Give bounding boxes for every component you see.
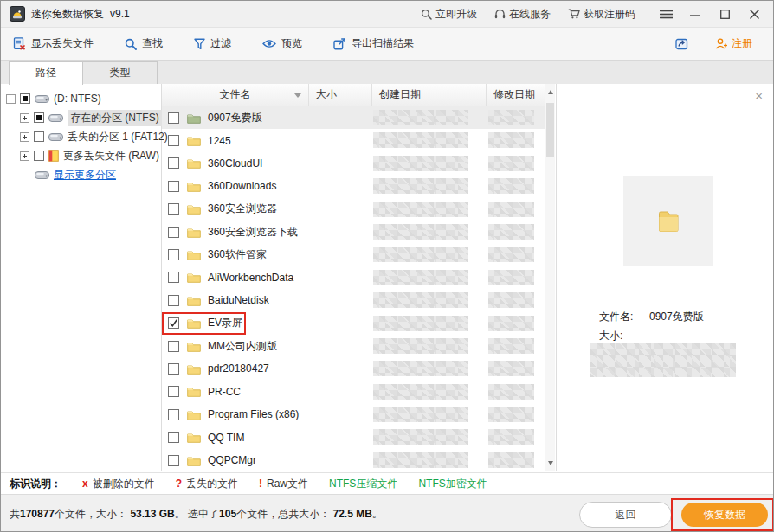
annotation-box-recover: [671, 498, 774, 531]
menu-item-get-license[interactable]: 获取注册码: [568, 7, 635, 22]
expand-minus-icon[interactable]: [6, 94, 16, 104]
file-row[interactable]: QQPCMgr: [162, 449, 545, 471]
censored-created-date: [373, 270, 468, 285]
file-row[interactable]: Program Files (x86): [162, 403, 545, 426]
tree-item-label[interactable]: 更多丢失文件 (RAW): [63, 149, 159, 163]
expand-plus-icon[interactable]: [20, 151, 29, 161]
legend-mark: x: [82, 478, 88, 490]
file-row[interactable]: 360软件管家: [162, 243, 545, 266]
row-checkbox[interactable]: [168, 227, 179, 238]
column-header-size[interactable]: 大小: [309, 84, 372, 106]
status-segment: 共: [10, 508, 20, 520]
expand-plus-icon[interactable]: [20, 132, 29, 142]
scroll-down-button[interactable]: [545, 457, 555, 469]
toolbar-button-find[interactable]: 查找: [125, 36, 163, 51]
legend-text: NTFS加密文件: [418, 477, 487, 491]
file-name: MM公司内测版: [208, 339, 277, 354]
censored-created-date: [373, 110, 468, 125]
toolbar-button-export-scan-result[interactable]: 导出扫描结果: [333, 36, 414, 51]
censored-created-date: [373, 361, 468, 376]
close-button[interactable]: [747, 7, 761, 21]
tree-checkbox[interactable]: [34, 151, 44, 161]
tab-path[interactable]: 路径: [9, 61, 83, 85]
row-checkbox[interactable]: [168, 112, 179, 124]
row-checkbox[interactable]: [168, 386, 179, 397]
censored-created-date: [373, 407, 468, 422]
file-row[interactable]: AliWorkbenchData: [162, 266, 545, 289]
row-checkbox[interactable]: [168, 272, 179, 283]
folder-icon: [187, 409, 201, 420]
file-row[interactable]: 360安全浏览器下载: [162, 221, 545, 243]
register-button[interactable]: 注册: [715, 36, 752, 51]
row-checkbox[interactable]: [168, 203, 179, 215]
file-name: QQ TIM: [208, 432, 244, 444]
censored-modified-date: [488, 224, 534, 240]
toolbar-button-label: 过滤: [210, 36, 231, 51]
tree-item-label[interactable]: 存在的分区 (NTFS): [68, 110, 162, 126]
toolbar-button-label: 预览: [281, 36, 302, 51]
maximize-button[interactable]: [718, 7, 732, 21]
column-header-modified-date[interactable]: 修改日期: [487, 84, 545, 106]
scroll-up-button[interactable]: [545, 86, 555, 98]
file-row[interactable]: 360Downloads: [162, 175, 545, 197]
file-name: QQPCMgr: [208, 454, 256, 466]
menu-item-online-service[interactable]: 在线服务: [494, 7, 551, 22]
column-header-created-date[interactable]: 创建日期: [372, 84, 487, 106]
row-checkbox[interactable]: [168, 432, 179, 443]
row-checkbox[interactable]: [168, 181, 179, 192]
file-row[interactable]: QQ TIM: [162, 426, 545, 448]
file-row[interactable]: BaiduNetdisk: [162, 289, 545, 311]
status-segment: 105: [219, 508, 236, 520]
sort-arrow-icon: [294, 93, 301, 98]
file-row[interactable]: EV录屏: [162, 312, 545, 335]
censored-created-date: [373, 156, 468, 171]
folder-icon: [187, 341, 201, 352]
minimize-button[interactable]: [688, 7, 702, 21]
column-header-filename[interactable]: 文件名: [162, 84, 309, 106]
expand-plus-icon[interactable]: [20, 113, 29, 123]
drive-icon: [48, 132, 63, 142]
status-segment: 个文件，大小：: [55, 508, 130, 520]
preview-filename-value: 0907免费版: [649, 307, 704, 326]
row-checkbox[interactable]: [168, 409, 179, 420]
file-row[interactable]: pdr20180427: [162, 357, 545, 380]
censored-modified-date: [488, 407, 534, 422]
tree-checkbox[interactable]: [20, 93, 30, 104]
row-checkbox[interactable]: [168, 135, 179, 146]
toolbar-button-show-lost-files[interactable]: 显示丢失文件: [13, 36, 94, 51]
toolbar-button-label: 导出扫描结果: [352, 36, 414, 51]
preview-close-icon[interactable]: ×: [755, 89, 763, 102]
toolbar-button-preview[interactable]: 预览: [262, 36, 302, 51]
row-checkbox[interactable]: [168, 157, 179, 169]
status-segment: 53.13 GB: [130, 508, 174, 520]
back-button[interactable]: 返回: [579, 502, 672, 528]
file-row[interactable]: PR-CC: [162, 381, 545, 403]
export-icon: [333, 38, 346, 50]
menu-item-upgrade[interactable]: 立即升级: [421, 7, 477, 22]
row-checkbox[interactable]: [168, 249, 179, 260]
tree-item-label[interactable]: 显示更多分区: [54, 168, 116, 183]
app-window: 迷你兔数据恢复 v9.1 立即升级在线服务获取注册码 显示丢失文件查找过滤预览导…: [0, 0, 774, 532]
scrollbar-thumb[interactable]: [546, 103, 554, 157]
legend-text: 被删除的文件: [93, 477, 155, 491]
row-checkbox[interactable]: [168, 341, 179, 352]
file-row[interactable]: 0907免费版: [162, 106, 545, 129]
row-checkbox[interactable]: [168, 295, 179, 306]
row-checkbox[interactable]: [168, 455, 179, 466]
tree-item-label[interactable]: 丢失的分区 1 (FAT12): [68, 130, 168, 144]
file-row[interactable]: 1245: [162, 129, 545, 151]
toolbar-button-filter[interactable]: 过滤: [194, 36, 231, 51]
hamburger-menu-icon[interactable]: [659, 7, 673, 21]
censored-created-date: [373, 224, 468, 240]
vertical-scrollbar[interactable]: [545, 84, 555, 471]
tab-bar: 路径类型: [1, 60, 773, 84]
tree-checkbox[interactable]: [34, 112, 44, 123]
tree-checkbox[interactable]: [34, 131, 44, 142]
file-row[interactable]: 360CloudUI: [162, 152, 545, 175]
tab-type[interactable]: 类型: [83, 61, 158, 84]
file-row[interactable]: MM公司内测版: [162, 335, 545, 357]
row-checkbox[interactable]: [168, 363, 179, 375]
file-row[interactable]: 360安全浏览器: [162, 198, 545, 221]
share-icon[interactable]: [675, 37, 689, 50]
tree-item-label[interactable]: (D: NTFS): [54, 93, 101, 105]
